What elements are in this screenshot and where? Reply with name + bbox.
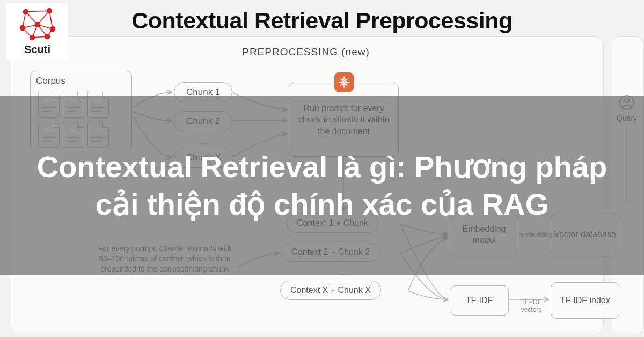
svg-point-16 xyxy=(50,26,55,31)
logo-text: Scuti xyxy=(24,43,50,56)
graph-network-icon xyxy=(16,8,59,42)
title-overlay: Contextual Retrieval là gì: Phương pháp … xyxy=(0,96,644,275)
svg-point-13 xyxy=(47,8,52,13)
svg-point-14 xyxy=(20,25,25,30)
svg-point-12 xyxy=(23,9,28,14)
overlay-title: Contextual Retrieval là gì: Phương pháp … xyxy=(0,148,644,223)
svg-line-0 xyxy=(26,11,49,12)
svg-point-18 xyxy=(45,34,49,39)
svg-point-15 xyxy=(35,22,40,27)
svg-point-17 xyxy=(30,35,34,40)
scuti-logo: Scuti xyxy=(6,3,68,60)
